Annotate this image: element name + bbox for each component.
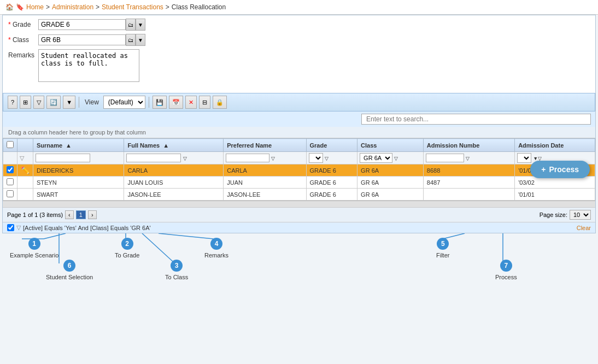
annotation-label-3: To Class	[165, 274, 188, 280]
grade-input[interactable]	[38, 19, 126, 30]
annotation-3: 3 To Class	[165, 260, 188, 280]
filter-admnum-cell: ▽	[423, 152, 514, 165]
filter-preferred-cell: ▽	[224, 152, 306, 165]
remarks-label: Remarks	[8, 49, 38, 59]
surname-sort-icon: ▲	[66, 142, 72, 149]
class-required-star: *	[8, 36, 11, 44]
row-icon-cell	[17, 177, 33, 189]
admission-date-header[interactable]: Admission Date	[515, 139, 595, 152]
bookmark-icon: 🔖	[16, 3, 24, 11]
class-header[interactable]: Class	[357, 139, 424, 152]
row-preferred-name: CARLA	[224, 165, 306, 177]
refresh-btn[interactable]: 🔄	[46, 96, 61, 109]
breadcrumb-admin[interactable]: Administration	[52, 3, 93, 11]
row-admission-date: '01/01	[515, 189, 595, 201]
svg-line-4	[142, 233, 175, 263]
separator2	[149, 97, 149, 108]
grade-dropdown-btn[interactable]: ▼	[136, 19, 145, 31]
calendar-btn[interactable]: 📅	[169, 96, 183, 109]
annotation-1: 1 Example Scenario	[10, 238, 58, 259]
row-class: GR 6A	[357, 177, 424, 189]
remarks-textarea[interactable]: Student reallocated as class is to full.	[38, 49, 139, 82]
pagination-info: Page 1 of 1 (3 items)	[7, 212, 63, 218]
filter-icon: ▽	[20, 155, 24, 161]
grid-btn[interactable]: ⊞	[20, 96, 31, 109]
filter-fullnames-input[interactable]	[126, 154, 181, 162]
breadcrumb-transactions[interactable]: Student Transactions	[102, 3, 163, 11]
row-grade: GRADE 6	[306, 189, 357, 201]
search-input[interactable]	[361, 114, 591, 125]
clear-filter-link[interactable]: Clear	[577, 225, 591, 231]
checkbox-header	[3, 139, 17, 152]
pagination-info-area: Page 1 of 1 (3 items) ‹ 1 ›	[7, 210, 97, 219]
admission-number-header[interactable]: Admission Numbe	[423, 139, 514, 152]
row-checkbox[interactable]	[7, 178, 14, 185]
filter-class-cell: GR 6A ▽	[357, 152, 424, 165]
annotation-circle-1: 1	[28, 238, 40, 250]
class-input[interactable]	[38, 34, 126, 45]
grade-header[interactable]: Grade	[306, 139, 357, 152]
grade-select-btn[interactable]: 🗂	[126, 19, 136, 31]
row-surname: SWART	[33, 189, 124, 201]
filter-admnum-icon: ▽	[466, 156, 470, 161]
current-page[interactable]: 1	[76, 210, 86, 219]
save-btn[interactable]: 💾	[153, 96, 167, 109]
filter-toggle-checkbox[interactable]	[7, 224, 14, 231]
lock-btn[interactable]: 🔒	[213, 96, 227, 109]
row-class: GR 6A	[357, 189, 424, 201]
annotation-7: 7 Process	[495, 260, 517, 280]
class-input-group: 🗂 ▼	[38, 34, 145, 46]
table-row: STEYNJUAN LOUISJUANGRADE 6GR 6A8487'03/0…	[3, 177, 595, 189]
row-admission-number: 8487	[423, 177, 514, 189]
filter-surname-input[interactable]	[36, 154, 90, 162]
table-row: SWARTJASON-LEEJASON-LEEGRADE 6GR 6A'01/0…	[3, 189, 595, 201]
grade-row: * Grade 🗂 ▼	[8, 19, 590, 31]
preferred-header[interactable]: Preferred Name	[224, 139, 306, 152]
filter-admdate-select[interactable]	[517, 153, 531, 163]
select-all-checkbox[interactable]	[7, 141, 14, 148]
row-grade: GRADE 6	[306, 177, 357, 189]
filter-preferred-input[interactable]	[226, 154, 269, 162]
filter-admnum-input[interactable]	[426, 154, 464, 162]
filter-btn[interactable]: ▽	[33, 96, 44, 109]
data-grid: Surname ▲ Full Names ▲ P	[3, 138, 595, 201]
filter-text-area: ▽ [Active] Equals 'Yes' And [Class] Equa…	[7, 224, 151, 231]
columns-btn[interactable]: ⊟	[199, 96, 210, 109]
process-button[interactable]: + Process	[530, 161, 590, 178]
page-size-select[interactable]: 10 25 50	[570, 210, 591, 220]
filter-class-select[interactable]: GR 6A	[360, 153, 392, 163]
filter-checkbox-cell	[3, 152, 17, 165]
row-checkbox[interactable]	[7, 166, 14, 173]
fullnames-header[interactable]: Full Names ▲	[124, 139, 224, 152]
filter-class-icon: ▽	[394, 156, 398, 161]
annotation-5: 5 Filter	[436, 238, 449, 259]
help-btn[interactable]: ?	[8, 96, 17, 109]
class-dropdown-btn[interactable]: ▼	[136, 34, 145, 46]
surname-header[interactable]: Surname ▲	[33, 139, 124, 152]
filter-grade-select[interactable]	[309, 153, 323, 163]
row-surname: STEYN	[33, 177, 124, 189]
delete-view-btn[interactable]: ✕	[185, 96, 197, 109]
row-admission-number	[423, 189, 514, 201]
row-checkbox[interactable]	[7, 190, 14, 197]
annotation-label-7: Process	[495, 274, 517, 280]
form-section: * Grade 🗂 ▼ * Class 🗂 ▼	[3, 15, 595, 89]
view-select[interactable]: (Default)	[103, 96, 145, 109]
filter-preferred-icon: ▽	[271, 156, 275, 161]
page-size-area: Page size: 10 25 50	[540, 210, 591, 220]
fullnames-sort-icon: ▲	[163, 142, 169, 149]
horizontal-scrollbar[interactable]	[3, 201, 595, 207]
class-row: * Class 🗂 ▼	[8, 34, 590, 46]
dropdown-arrow-btn[interactable]: ▼	[63, 96, 75, 109]
remarks-row: Remarks Student reallocated as class is …	[8, 49, 590, 82]
edit-icon[interactable]: ✏️	[21, 166, 30, 174]
view-label: View	[85, 98, 99, 106]
class-select-btn[interactable]: 🗂	[126, 34, 136, 46]
annotation-circle-5: 5	[437, 238, 449, 250]
row-preferred-name: JUAN	[224, 177, 306, 189]
next-page-btn[interactable]: ›	[88, 210, 97, 219]
prev-page-btn[interactable]: ‹	[65, 210, 74, 219]
row-full-names: CARLA	[124, 165, 224, 177]
annotation-2: 2 To Grade	[115, 238, 139, 259]
breadcrumb-home[interactable]: Home	[26, 3, 44, 11]
